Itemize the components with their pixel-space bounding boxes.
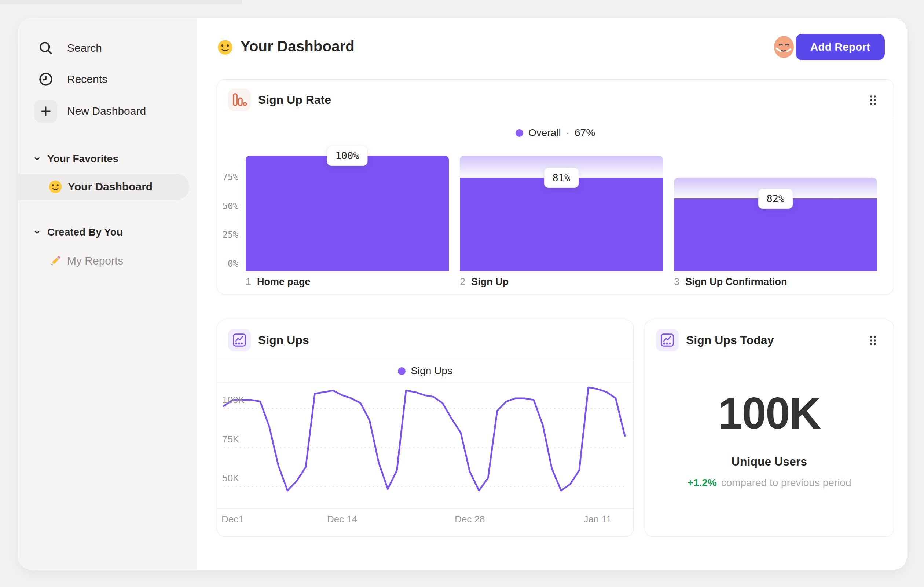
- signups-today-card: Sign Ups Today 100K Unique Users +1.2%co…: [645, 319, 894, 537]
- app-window: Search Recents New Dashboard Your Favori: [18, 18, 907, 570]
- funnel-step-label: 2Sign Up: [460, 276, 508, 288]
- dashboard-emoji-icon: [217, 39, 234, 56]
- card-title: Sign Ups Today: [686, 320, 774, 360]
- sidebar-item-search[interactable]: Search: [18, 35, 196, 61]
- signups-today-label: Unique Users: [645, 455, 894, 468]
- page-title: Your Dashboard: [241, 38, 355, 55]
- funnel-step-label: 1Home page: [246, 276, 310, 288]
- funnel-y-tick: 25%: [217, 229, 238, 240]
- sidebar: Search Recents New Dashboard Your Favori: [18, 18, 197, 570]
- sidebar-item-recents[interactable]: Recents: [18, 66, 196, 93]
- signups-today-value: 100K: [645, 388, 894, 438]
- search-icon: [37, 39, 54, 57]
- funnel-chart: 75%50%25%0%100%1Home page81%2Sign Up82%3…: [217, 79, 894, 294]
- sidebar-item-new-dashboard[interactable]: New Dashboard: [18, 98, 196, 124]
- funnel-bar[interactable]: [460, 178, 663, 271]
- signups-today-card-header: Sign Ups Today: [645, 320, 894, 360]
- funnel-y-tick: 75%: [217, 172, 238, 183]
- funnel-y-tick: 0%: [217, 258, 238, 269]
- sidebar-item-label: Your Dashboard: [68, 180, 153, 193]
- signup-rate-card: Sign Up Rate Overall · 67% 75%50%25%0%10…: [217, 79, 894, 294]
- funnel-value-badge: 81%: [544, 168, 579, 188]
- clock-icon: [37, 70, 54, 88]
- funnel-value-badge: 82%: [758, 189, 793, 209]
- pencil-emoji-icon: [48, 253, 63, 268]
- signups-card: Sign Ups Sign Ups 100K75K50KDec1Dec 14De…: [217, 319, 634, 537]
- sidebar-item-your-dashboard[interactable]: Your Dashboard: [18, 174, 189, 200]
- line-chart-icon: [656, 329, 679, 351]
- user-avatar[interactable]: [772, 35, 796, 59]
- chevron-down-icon: [33, 228, 41, 236]
- section-label: Created By You: [47, 227, 123, 238]
- sidebar-item-my-reports[interactable]: My Reports: [18, 249, 196, 273]
- line-x-tick: Jan 11: [583, 514, 611, 525]
- signups-today-delta: +1.2%compared to previous period: [645, 477, 894, 489]
- main-content: Your Dashboard Share: [196, 18, 907, 570]
- chevron-down-icon: [33, 154, 41, 163]
- sidebar-item-label: My Reports: [67, 255, 123, 267]
- drag-handle-icon[interactable]: [870, 335, 877, 346]
- signups-series-line: [224, 387, 625, 491]
- sidebar-item-label: New Dashboard: [67, 105, 146, 117]
- line-x-tick: Dec 14: [327, 514, 357, 525]
- funnel-y-tick: 50%: [217, 201, 238, 212]
- dashboard-header: Your Dashboard Share: [196, 18, 907, 77]
- section-created-by-you[interactable]: Created By You: [18, 224, 196, 240]
- funnel-step-label: 3Sign Up Confirmation: [674, 276, 787, 288]
- signups-line-chart: 100K75K50KDec1Dec 14Dec 28Jan 11: [217, 320, 633, 536]
- line-y-tick: 75K: [222, 433, 239, 445]
- line-x-tick: Dec1: [221, 514, 244, 525]
- funnel-bar[interactable]: [246, 155, 449, 271]
- sidebar-item-label: Search: [67, 42, 102, 54]
- section-your-favorites[interactable]: Your Favorites: [18, 151, 196, 167]
- delta-percent: +1.2%: [687, 477, 716, 488]
- plus-icon: [35, 100, 57, 122]
- line-x-tick: Dec 28: [455, 514, 485, 525]
- funnel-bar[interactable]: [674, 198, 877, 271]
- delta-note: compared to previous period: [721, 477, 851, 488]
- top-edge-strip: [0, 0, 242, 4]
- line-y-tick: 100K: [222, 394, 244, 406]
- line-y-tick: 50K: [222, 472, 239, 484]
- smiley-emoji-icon: [48, 179, 63, 194]
- funnel-value-badge: 100%: [327, 146, 367, 166]
- add-report-button[interactable]: Add Report: [796, 34, 885, 60]
- section-label: Your Favorites: [47, 153, 119, 165]
- sidebar-item-label: Recents: [67, 73, 107, 86]
